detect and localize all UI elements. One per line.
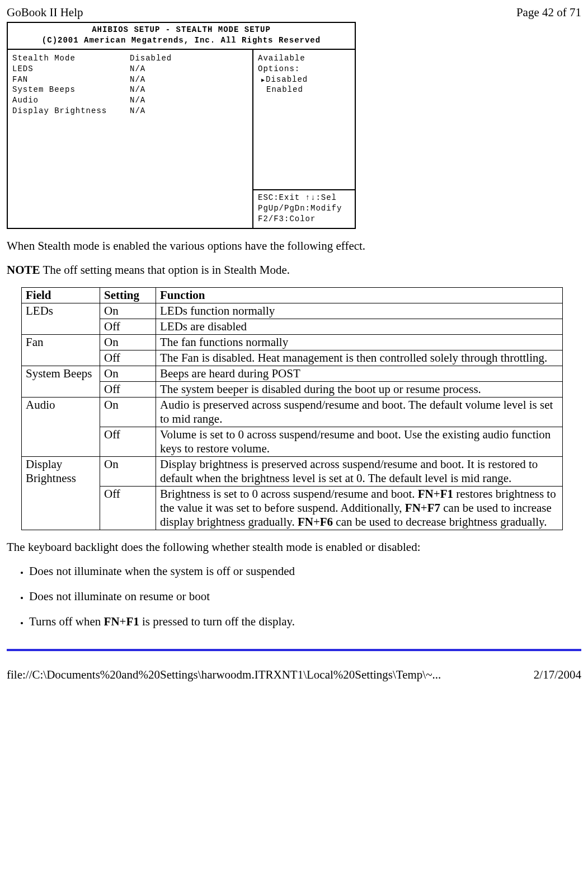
cell-field: Fan — [22, 334, 100, 366]
footer-path: file://C:\Documents%20and%20Settings\har… — [7, 668, 441, 682]
bios-settings-panel: Stealth ModeDisabled LEDSN/A FANN/A Syst… — [8, 50, 253, 228]
bios-row: Display BrightnessN/A — [12, 106, 248, 116]
bios-key: Audio — [12, 95, 130, 106]
separator-rule — [7, 649, 581, 651]
th-setting: Setting — [100, 287, 156, 303]
doc-title: GoBook II Help — [7, 6, 83, 20]
paragraph: The keyboard backlight does the followin… — [7, 540, 581, 554]
cell-setting: On — [100, 334, 156, 350]
bios-title-line2: (C)2001 American Megatrends, Inc. All Ri… — [10, 35, 352, 46]
table-row: Off Volume is set to 0 across suspend/re… — [22, 427, 563, 456]
cell-field: Display Brightness — [22, 456, 100, 530]
table-row: Off LEDs are disabled — [22, 319, 563, 334]
note-paragraph: NOTE The off setting means that option i… — [7, 263, 581, 277]
bios-row: Stealth ModeDisabled — [12, 53, 248, 64]
bios-key: LEDS — [12, 64, 130, 74]
cell-setting: Off — [100, 486, 156, 530]
bios-row: FANN/A — [12, 74, 248, 85]
key-fn: FN — [298, 515, 313, 529]
table-row: Off The Fan is disabled. Heat management… — [22, 350, 563, 366]
bios-key: System Beeps — [12, 85, 130, 95]
key-f1: F1 — [440, 487, 453, 501]
cell-function: The fan functions normally — [156, 334, 563, 350]
bios-body: Stealth ModeDisabled LEDSN/A FANN/A Syst… — [8, 50, 355, 228]
cell-setting: Off — [100, 350, 156, 366]
bios-key: Stealth Mode — [12, 53, 130, 64]
table-row: System Beeps On Beeps are heard during P… — [22, 366, 563, 381]
list-item: Turns off when FN+F1 is pressed to turn … — [29, 615, 581, 629]
bios-title: AHIBIOS SETUP - STEALTH MODE SETUP (C)20… — [8, 23, 355, 50]
page-header: GoBook II Help Page 42 of 71 — [7, 6, 581, 20]
key-fn: FN — [405, 501, 421, 515]
text: Brightness is set to 0 across suspend/re… — [160, 487, 418, 501]
text: + — [120, 615, 126, 628]
bios-row: LEDSN/A — [12, 64, 248, 74]
bios-val: Disabled — [130, 53, 248, 64]
bios-key: FAN — [12, 74, 130, 85]
bios-row: System BeepsN/A — [12, 85, 248, 95]
table-header-row: Field Setting Function — [22, 287, 563, 303]
bios-row: AudioN/A — [12, 95, 248, 106]
backlight-list: Does not illuminate when the system is o… — [16, 564, 581, 629]
cell-setting: On — [100, 366, 156, 381]
cell-field: System Beeps — [22, 366, 100, 397]
cell-setting: On — [100, 303, 156, 319]
cell-function: Display brightness is preserved across s… — [156, 456, 563, 486]
cell-field: LEDs — [22, 303, 100, 334]
table-row: Fan On The fan functions normally — [22, 334, 563, 350]
bios-title-line1: AHIBIOS SETUP - STEALTH MODE SETUP — [10, 25, 352, 35]
table-row: Off Brightness is set to 0 across suspen… — [22, 486, 563, 530]
note-label: NOTE — [7, 263, 40, 277]
key-f7: F7 — [427, 501, 440, 515]
table-row: LEDs On LEDs function normally — [22, 303, 563, 319]
bios-screenshot: AHIBIOS SETUP - STEALTH MODE SETUP (C)20… — [7, 22, 356, 229]
cell-setting: On — [100, 397, 156, 427]
bios-options-panel: Available Options: Disabled Enabled ESC:… — [253, 50, 355, 228]
cell-function: Volume is set to 0 across suspend/resume… — [156, 427, 563, 456]
page-number: Page 42 of 71 — [516, 6, 581, 20]
cell-function: The Fan is disabled. Heat management is … — [156, 350, 563, 366]
table-row: Display Brightness On Display brightness… — [22, 456, 563, 486]
note-text: The off setting means that option is in … — [40, 263, 290, 277]
bios-option-selected: Disabled — [261, 74, 350, 85]
table-row: Audio On Audio is preserved across suspe… — [22, 397, 563, 427]
table-row: Off The system beeper is disabled during… — [22, 381, 563, 397]
key-fn: FN — [104, 615, 120, 628]
bios-help-line: ESC:Exit ↑↓:Sel — [258, 193, 350, 203]
bios-val: N/A — [130, 64, 248, 74]
page-footer: file://C:\Documents%20and%20Settings\har… — [7, 668, 581, 682]
bios-val: N/A — [130, 74, 248, 85]
bios-option-label: Disabled — [266, 75, 308, 84]
cell-setting: Off — [100, 319, 156, 334]
text: Turns off when — [29, 615, 104, 628]
bios-help-keys: ESC:Exit ↑↓:Sel PgUp/PgDn:Modify F2/F3:C… — [253, 189, 355, 225]
paragraph: When Stealth mode is enabled the various… — [7, 239, 581, 253]
key-f6: F6 — [320, 515, 333, 529]
list-item: Does not illuminate when the system is o… — [29, 564, 581, 578]
key-fn: FN — [418, 487, 434, 501]
footer-date: 2/17/2004 — [534, 668, 581, 682]
cell-function: Audio is preserved across suspend/resume… — [156, 397, 563, 427]
bios-options-top: Available Options: Disabled Enabled — [258, 53, 350, 96]
text: is pressed to turn off the display. — [139, 615, 295, 628]
cell-setting: Off — [100, 427, 156, 456]
bios-val: N/A — [130, 106, 248, 116]
bios-help-line: F2/F3:Color — [258, 214, 350, 225]
bios-key: Display Brightness — [12, 106, 130, 116]
cell-function: LEDs function normally — [156, 303, 563, 319]
bios-val: N/A — [130, 95, 248, 106]
text: can be used to decrease brightness gradu… — [333, 515, 547, 529]
bios-val: N/A — [130, 85, 248, 95]
cell-function: LEDs are disabled — [156, 319, 563, 334]
cell-function: Beeps are heard during POST — [156, 366, 563, 381]
stealth-options-table: Field Setting Function LEDs On LEDs func… — [21, 287, 563, 530]
th-function: Function — [156, 287, 563, 303]
cell-function: The system beeper is disabled during the… — [156, 381, 563, 397]
bios-options-title: Available Options: — [258, 53, 350, 74]
list-item: Does not illuminate on resume or boot — [29, 590, 581, 604]
bios-help-line: PgUp/PgDn:Modify — [258, 203, 350, 214]
th-field: Field — [22, 287, 100, 303]
cell-function: Brightness is set to 0 across suspend/re… — [156, 486, 563, 530]
key-f1: F1 — [126, 615, 139, 628]
cell-setting: Off — [100, 381, 156, 397]
